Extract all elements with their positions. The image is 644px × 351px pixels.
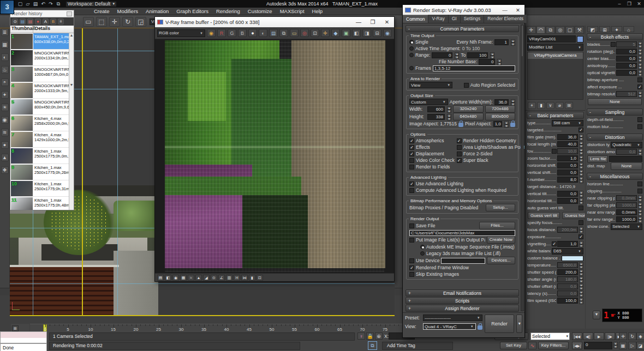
history-item[interactable]: 4MNOGOKVARTIRNY_3_2000x1333;0h,5m,12,7 — [10, 82, 74, 99]
vertical-shift-field[interactable]: 0,0 — [557, 170, 578, 175]
loop-icon[interactable]: ↻ — [628, 332, 636, 340]
undo-icon[interactable]: ↶ — [39, 1, 47, 7]
type-dropdown[interactable]: Still cam▾ — [552, 120, 583, 126]
printer-icon[interactable]: ⊟ — [373, 29, 381, 37]
spinner[interactable]: ▲▼ — [579, 198, 583, 204]
anisotropy-field[interactable]: 0,0 — [616, 63, 637, 69]
rollout-common-parameters[interactable]: -Common Parameters — [406, 25, 519, 32]
vfb-footer-icon-4[interactable]: ≈ — [188, 275, 194, 281]
spinner[interactable]: ▲▼ — [613, 342, 618, 348]
lens-file-field[interactable] — [609, 156, 642, 162]
auto-guess-vert-tilt-checkbox[interactable] — [579, 205, 583, 210]
blades-checkbox[interactable] — [611, 42, 616, 47]
track-mouse-icon[interactable]: ✛ — [321, 29, 330, 37]
white-channel-icon[interactable]: ● — [248, 29, 257, 37]
vignetting-field[interactable]: 1,0 — [557, 241, 578, 247]
hierarchy-tab-icon[interactable]: ⧉ — [546, 26, 555, 34]
vfb-footer-icon-2[interactable]: ◉ — [172, 275, 179, 281]
optical-vignetting-field[interactable]: 0,0 — [616, 70, 637, 76]
menu-icon[interactable]: ≡ — [58, 19, 64, 25]
menu-modifiers[interactable]: Modifiers — [117, 8, 139, 14]
spinner[interactable]: ▲▼ — [579, 241, 583, 247]
minimize-icon[interactable]: — — [498, 7, 511, 13]
save-image-icon[interactable]: ▤ — [269, 29, 278, 37]
right-tab-icon-2[interactable]: ✦ — [611, 26, 622, 32]
put-image-list-checkbox[interactable] — [409, 238, 414, 243]
vfb-footer-icon-11[interactable]: ⋈ — [241, 275, 248, 281]
effects-checkbox[interactable] — [409, 145, 414, 150]
files-button[interactable]: Files... — [479, 222, 515, 229]
menu-animation[interactable]: Animation — [146, 8, 169, 14]
render-button[interactable]: Render — [485, 314, 515, 333]
area-to-render-dropdown[interactable]: View▾ — [409, 82, 452, 88]
auto-region-checkbox[interactable] — [464, 83, 469, 88]
use-advanced-lighting-checkbox[interactable] — [409, 181, 414, 186]
scrollbar[interactable]: ▲▼ — [69, 33, 74, 210]
spinner[interactable]: ▲▼ — [497, 59, 502, 65]
blades-field[interactable]: 5 — [616, 41, 637, 47]
vfb-footer-icon-10[interactable]: H — [234, 275, 240, 281]
column-thumbnail[interactable]: Thumbnail — [10, 26, 33, 33]
render-last-icon[interactable]: ◎ — [300, 29, 309, 37]
vfb-footer-icon-12[interactable]: ▮ — [249, 275, 255, 281]
preset-640x480-button[interactable]: 640x480 — [453, 113, 484, 120]
stereo-icon[interactable]: ◆ — [331, 29, 340, 37]
motion-blur-checkbox[interactable] — [637, 124, 642, 129]
ifl-radio[interactable] — [420, 251, 425, 256]
force-2-sided-checkbox[interactable] — [457, 152, 462, 156]
menu-create[interactable]: Create — [94, 8, 110, 14]
displacement-checkbox[interactable] — [409, 152, 414, 156]
spinner[interactable]: ▲▼ — [638, 209, 642, 215]
preset-720x486-button[interactable]: 720x486 — [485, 105, 516, 113]
shutter-speed-s-1-field[interactable]: 200,0 — [557, 269, 578, 275]
temperature-field[interactable]: 6500,0 — [557, 262, 578, 268]
isolate-selection-icon[interactable]: ♀ — [357, 332, 365, 340]
spinner[interactable]: ▲▼ — [579, 141, 583, 147]
tab-gi[interactable]: GI — [449, 15, 461, 23]
history-item[interactable]: 8Kitchen_1.max2500x1775;0h,0m,1,8s — [10, 148, 74, 164]
far-env-range-field[interactable]: 1000,0 — [616, 216, 637, 222]
mute-icon[interactable]: ✛ — [619, 332, 627, 340]
red-channel-icon[interactable]: R — [217, 29, 226, 37]
motion-tab-icon[interactable]: ◎ — [556, 26, 565, 34]
latency-s-field[interactable]: 0,0 — [557, 291, 578, 296]
play-button[interactable]: ▶ — [594, 332, 604, 340]
rollout-sampling[interactable]: -Sampling — [587, 108, 643, 116]
rect-select-icon[interactable]: ▭ — [83, 17, 94, 27]
stack-tool-icon-1[interactable]: ▮ — [537, 102, 545, 109]
spinner[interactable]: ▲▼ — [579, 177, 583, 183]
rotation-deg-field[interactable]: 0,0 — [616, 49, 637, 55]
distortion-type-dropdown[interactable]: Quadratic▾ — [611, 142, 642, 148]
near-env-range-field[interactable]: 0,0mm — [616, 209, 637, 215]
exposure-checkbox[interactable] — [579, 234, 583, 239]
spinner[interactable]: ▲▼ — [638, 149, 642, 155]
maximize-icon[interactable]: ❐ — [366, 19, 380, 25]
play-selected-icon[interactable]: ▷ — [628, 342, 636, 349]
open-icon[interactable]: ▱ — [24, 1, 32, 7]
history-item[interactable]: 11Kitchen_1.max2500x1775;0h,48m,49 — [10, 197, 74, 210]
create-tab-icon[interactable]: ✛ — [527, 26, 536, 34]
zoom-factor-field[interactable]: 1,0 — [557, 155, 578, 161]
spinner[interactable]: ▲▼ — [579, 283, 583, 289]
a-slot-icon[interactable]: A — [43, 19, 49, 25]
compare-a-icon[interactable]: ◧ — [352, 29, 361, 37]
copy-image-icon[interactable]: ⧉ — [279, 29, 288, 37]
rendered-frame-window-checkbox[interactable] — [409, 265, 414, 270]
save-blue-icon[interactable]: ▤ — [20, 19, 26, 25]
object-color-swatch[interactable] — [577, 36, 583, 43]
spinner[interactable]: ▲▼ — [579, 148, 583, 154]
menu-maxscript[interactable]: MAXScript — [280, 8, 305, 14]
bitmap-resolution-field[interactable]: 512 — [616, 91, 637, 97]
spinner[interactable]: ▲▼ — [579, 298, 583, 304]
viewport-lock-icon[interactable] — [478, 325, 482, 330]
save-red-icon[interactable]: ▤ — [27, 19, 33, 25]
f-number-field[interactable]: 8,0 — [557, 177, 578, 183]
spinner[interactable]: ▲▼ — [638, 195, 642, 201]
spinner[interactable]: ▲▼ — [447, 106, 451, 112]
spinner[interactable]: ▲▼ — [579, 134, 583, 140]
film-speed-iso-field[interactable]: 100,0 — [557, 298, 578, 304]
devices-button[interactable]: Devices... — [487, 257, 515, 264]
minimize-icon[interactable]: – — [615, 1, 624, 7]
monitor-icon[interactable]: ▣ — [342, 29, 350, 37]
compute-advanced-lighting-when-required-checkbox[interactable] — [409, 188, 414, 193]
